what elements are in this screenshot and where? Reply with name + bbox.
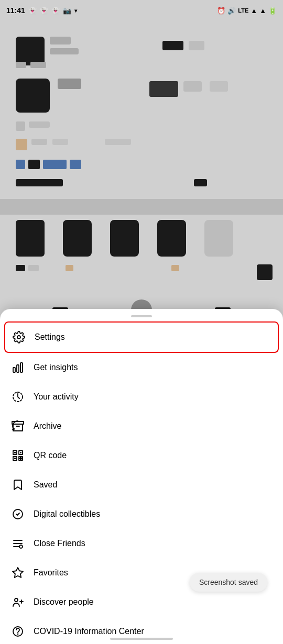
svg-rect-14 (20, 452, 21, 453)
wifi-icon: ▲ (251, 7, 257, 15)
svg-point-22 (15, 598, 18, 602)
collectibles-icon (10, 507, 25, 521)
menu-item-qr-code[interactable]: QR code (0, 441, 283, 470)
signal-icon: LTE (238, 7, 248, 14)
covid-label: COVID-19 Information Center (34, 627, 144, 636)
snapchat-icon-1: 👻 (28, 7, 37, 15)
discover-label: Discover people (34, 597, 94, 607)
dropdown-icon: ▾ (74, 8, 77, 14)
sheet-handle (131, 315, 152, 317)
menu-item-your-activity[interactable]: Your activity (0, 382, 283, 412)
saved-icon (10, 478, 25, 492)
screenshot-toast: Screenshot saved (190, 573, 267, 592)
qr-label: QR code (34, 451, 67, 460)
insights-label: Get insights (34, 363, 78, 372)
toast-label: Screenshot saved (199, 578, 258, 586)
alarm-icon: ⏰ (217, 7, 225, 15)
svg-rect-10 (21, 457, 23, 458)
saved-label: Saved (34, 480, 57, 490)
menu-item-get-insights[interactable]: Get insights (0, 353, 283, 382)
menu-item-discover-people[interactable]: Discover people (0, 587, 283, 617)
svg-rect-11 (19, 459, 20, 460)
covid-icon (10, 624, 25, 639)
qr-icon (10, 448, 25, 463)
battery-icon: 🔋 (268, 7, 277, 15)
activity-icon (10, 390, 25, 404)
svg-rect-12 (21, 459, 23, 460)
snapchat-icon-3: 👻 (51, 7, 60, 15)
svg-point-26 (18, 634, 18, 635)
menu-item-settings[interactable]: Settings (4, 321, 279, 353)
svg-rect-13 (14, 452, 16, 453)
instagram-icon: 📷 (63, 7, 71, 15)
settings-label: Settings (35, 332, 65, 342)
svg-rect-2 (17, 365, 19, 372)
close-friends-label: Close Friends (34, 539, 85, 548)
menu-item-saved[interactable]: Saved (0, 470, 283, 499)
snapchat-icon-2: 👻 (40, 7, 48, 15)
svg-rect-3 (20, 363, 23, 372)
background-content (0, 0, 283, 325)
menu-item-digital-collectibles[interactable]: Digital collectibles (0, 499, 283, 529)
menu-item-archive[interactable]: Archive (0, 412, 283, 441)
svg-point-20 (19, 545, 23, 548)
bottom-sheet: Settings Get insights Your activity (0, 309, 283, 644)
menu-item-close-friends[interactable]: Close Friends (0, 529, 283, 558)
svg-rect-9 (19, 457, 20, 458)
close-friends-icon (10, 536, 25, 551)
svg-marker-21 (13, 568, 23, 578)
archive-label: Archive (34, 421, 61, 431)
signal-bars-icon: ▲ (259, 7, 266, 15)
settings-icon (12, 330, 26, 345)
insights-icon (10, 360, 25, 375)
activity-label: Your activity (34, 392, 79, 402)
menu-item-covid[interactable]: COVID-19 Information Center (0, 617, 283, 644)
discover-icon (10, 595, 25, 609)
volume-icon: 🔊 (227, 7, 236, 15)
status-left: 11:41 👻 👻 👻 📷 ▾ (6, 6, 77, 15)
collectibles-label: Digital collectibles (34, 509, 100, 519)
status-bar: 11:41 👻 👻 👻 📷 ▾ ⏰ 🔊 LTE ▲ ▲ 🔋 (0, 0, 283, 21)
svg-rect-15 (14, 458, 16, 459)
archive-icon (10, 419, 25, 434)
home-indicator (110, 638, 173, 640)
favorites-icon (10, 565, 25, 580)
status-right: ⏰ 🔊 LTE ▲ ▲ 🔋 (217, 7, 277, 15)
svg-point-0 (17, 336, 20, 339)
time-display: 11:41 (6, 6, 25, 15)
favorites-label: Favorites (34, 568, 68, 578)
svg-rect-1 (13, 368, 15, 372)
